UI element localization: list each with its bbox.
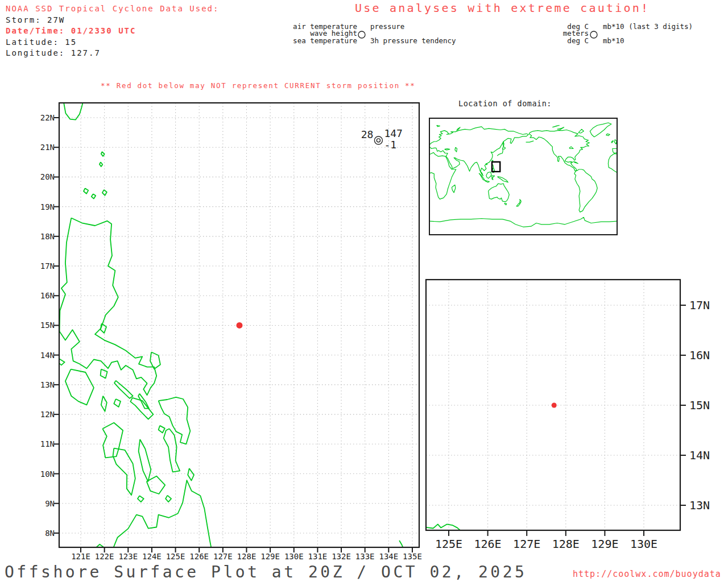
storm-dot-main (236, 322, 242, 329)
x-tick-label: 128E (552, 537, 580, 551)
x-tick-label: 130E (284, 552, 304, 561)
x-tick-label: 124E (142, 552, 162, 561)
storm-dot-zoom (552, 403, 557, 408)
plot-canvas: 121E122E123E124E125E126E127E128E129E130E… (0, 0, 728, 582)
x-tick-label: 121E (71, 552, 90, 561)
y-tick-label: 13N (40, 380, 55, 389)
main-map-coastlines (57, 102, 404, 550)
station-outer-circle-icon (374, 136, 382, 144)
x-tick-label: 127E (213, 552, 233, 561)
y-tick-label: 12N (40, 410, 55, 419)
station-pressure: 147 (384, 127, 403, 139)
y-tick-label: 19N (40, 202, 55, 211)
zoom-map: 125E126E127E128E129E130E17N16N15N14N13N (425, 280, 710, 551)
x-tick-label: 125E (166, 552, 185, 561)
y-tick-label: 13N (689, 498, 710, 512)
x-tick-label: 129E (591, 537, 618, 551)
y-tick-label: 16N (689, 348, 710, 362)
x-tick-label: 123E (118, 552, 138, 561)
y-tick-label: 14N (40, 351, 55, 360)
source-url: http://coolwx.com/buoydata (573, 569, 721, 579)
x-tick-label: 131E (308, 552, 328, 561)
y-tick-label: 18N (40, 232, 55, 241)
x-tick-label: 135E (403, 552, 422, 561)
x-tick-label: 126E (474, 537, 502, 551)
offshore-surface-plot-page: NOAA SSD Tropical Cyclone Data Used:Stor… (0, 0, 728, 582)
y-tick-label: 14N (689, 448, 710, 462)
world-inset-map (429, 118, 617, 235)
x-tick-label: 134E (379, 552, 398, 561)
y-tick-label: 21N (40, 143, 55, 152)
station-pressure-tendency: -1 (384, 139, 396, 151)
x-tick-label: 128E (237, 552, 257, 561)
x-tick-label: 132E (332, 552, 351, 561)
y-tick-label: 17N (689, 298, 710, 312)
station-model-icon (358, 31, 597, 38)
station-inner-circle-icon (377, 139, 380, 142)
x-tick-label: 125E (435, 537, 462, 551)
y-tick-label: 20N (40, 172, 55, 181)
x-tick-label: 122E (95, 552, 114, 561)
y-tick-label: 15N (40, 321, 55, 330)
y-tick-label: 15N (689, 398, 710, 412)
y-tick-label: 16N (40, 291, 55, 300)
plot-title: Offshore Surface Plot at 20Z / OCT 02, 2… (5, 563, 527, 581)
y-tick-label: 11N (40, 439, 55, 448)
y-tick-label: 10N (40, 469, 55, 479)
x-tick-label: 127E (513, 537, 540, 551)
y-tick-label: 8N (45, 529, 55, 538)
x-tick-label: 130E (630, 537, 657, 551)
x-tick-label: 126E (189, 552, 209, 561)
y-tick-label: 17N (40, 261, 55, 271)
world-map-frame (429, 118, 617, 235)
x-tick-label: 129E (260, 552, 280, 561)
world-coastlines (429, 123, 617, 227)
y-tick-label: 22N (40, 113, 55, 122)
station-circle-icon (358, 31, 365, 38)
station-circle-icon (590, 31, 597, 38)
x-tick-label: 133E (355, 552, 375, 561)
main-map: 121E122E123E124E125E126E127E128E129E130E… (40, 102, 422, 561)
y-tick-label: 9N (45, 499, 55, 508)
station-air-temperature: 28 (361, 128, 374, 140)
